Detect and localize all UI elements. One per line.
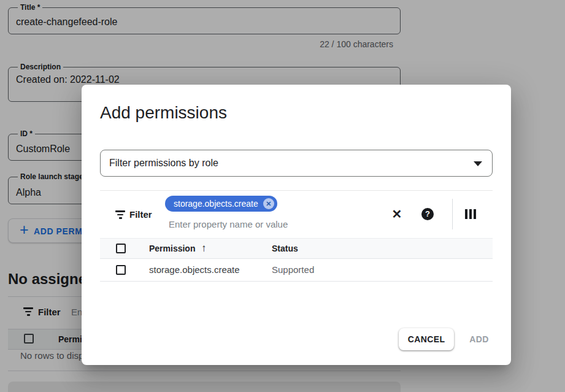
- table-row[interactable]: storage.objects.create Supported: [100, 259, 493, 282]
- dialog-filter-label: Filter: [129, 209, 152, 220]
- toolbar-divider: [452, 199, 453, 229]
- permission-column-header[interactable]: Permission: [149, 239, 195, 258]
- help-icon[interactable]: ?: [421, 208, 434, 220]
- row-status-cell: Supported: [272, 259, 314, 280]
- filter-chip: storage.objects.create ✕: [165, 196, 277, 212]
- clear-filters-icon[interactable]: ✕: [388, 206, 405, 223]
- screen: Title * create-changefeed-role 22 / 100 …: [0, 0, 565, 392]
- column-display-icon[interactable]: [465, 209, 476, 219]
- cancel-button[interactable]: CANCEL: [399, 328, 454, 350]
- row-checkbox[interactable]: [116, 265, 126, 275]
- role-filter-select[interactable]: Filter permissions by role: [100, 150, 493, 177]
- dialog-title: Add permissions: [100, 103, 227, 123]
- select-all-checkbox[interactable]: [116, 244, 126, 253]
- filter-chip-label: storage.objects.create: [174, 199, 258, 209]
- add-permissions-dialog: Add permissions Filter permissions by ro…: [82, 85, 511, 365]
- divider: [100, 190, 493, 191]
- filter-list-icon: [115, 210, 125, 219]
- sort-ascending-icon[interactable]: ↑: [201, 239, 207, 258]
- add-button[interactable]: ADD: [459, 328, 499, 350]
- row-permission-cell: storage.objects.create: [149, 259, 240, 280]
- role-filter-select-value: Filter permissions by role: [109, 150, 218, 176]
- status-column-header[interactable]: Status: [272, 239, 298, 258]
- dropdown-arrow-icon: [474, 161, 482, 166]
- chip-remove-icon[interactable]: ✕: [263, 198, 274, 209]
- dialog-filter-input[interactable]: Enter property name or value: [169, 219, 288, 229]
- dialog-table-header: Permission ↑ Status: [100, 238, 493, 259]
